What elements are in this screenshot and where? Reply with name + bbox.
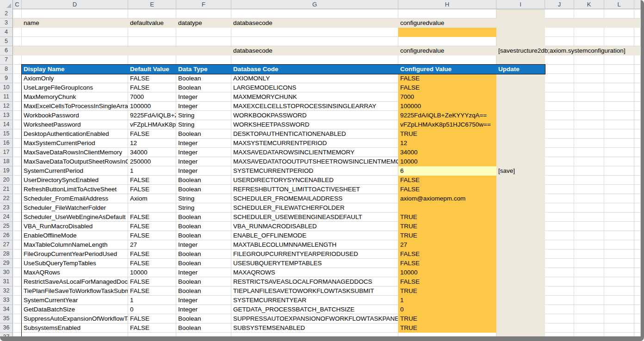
cell-I21[interactable] xyxy=(496,185,545,194)
cell-G10[interactable]: LARGEMODELICONS xyxy=(231,83,398,92)
cell-H29[interactable]: FALSE xyxy=(398,259,496,268)
cell-D31[interactable]: RestrictSaveAsLocalForManagedDocs xyxy=(22,277,128,286)
cell-J17[interactable] xyxy=(545,148,574,157)
cell-I33[interactable] xyxy=(496,296,545,305)
cell-M13[interactable] xyxy=(634,111,641,120)
row-number-7[interactable]: 7 xyxy=(0,55,13,65)
select-all-corner[interactable] xyxy=(0,0,13,9)
cell-E6[interactable] xyxy=(128,46,176,55)
cell-H26[interactable]: TRUE xyxy=(398,231,496,240)
cell-K16[interactable] xyxy=(574,139,604,148)
cell-F13[interactable]: String xyxy=(176,111,231,120)
cell-J28[interactable] xyxy=(545,250,574,259)
row-number-17[interactable]: 17 xyxy=(0,148,13,157)
cell-L3[interactable] xyxy=(604,18,634,28)
cell-H23[interactable] xyxy=(398,203,496,213)
column-header-E[interactable]: E xyxy=(128,0,176,9)
cell-H18[interactable]: 10000 xyxy=(398,157,496,166)
cell-D18[interactable]: MaxSaveDataToOutputSheetRowsInClientMemo… xyxy=(22,157,128,166)
cell-F15[interactable]: Boolean xyxy=(176,129,231,139)
cell-J36[interactable] xyxy=(545,323,574,333)
cell-I4[interactable] xyxy=(496,28,545,37)
cell-L23[interactable] xyxy=(604,203,634,213)
cell-F31[interactable]: Boolean xyxy=(176,277,231,286)
cell-L19[interactable] xyxy=(604,166,634,176)
cell-L25[interactable] xyxy=(604,222,634,231)
cell-K5[interactable] xyxy=(574,37,604,46)
cell-F2[interactable] xyxy=(176,9,231,18)
row-number-11[interactable]: 11 xyxy=(0,92,13,102)
cell-M4[interactable] xyxy=(634,28,641,37)
cell-I13[interactable] xyxy=(496,111,545,120)
cell-L4[interactable] xyxy=(604,28,634,37)
cell-J37[interactable] xyxy=(545,333,574,336)
cell-C20[interactable] xyxy=(13,176,22,185)
cell-D11[interactable]: MaxMemoryChunk xyxy=(22,92,128,102)
cell-H19[interactable]: 6 xyxy=(398,166,496,176)
cell-G17[interactable]: MAXSAVEDATAROWSINCLIENTMEMORY xyxy=(231,148,398,157)
cell-I19[interactable]: [save] xyxy=(496,166,545,176)
cell-J32[interactable] xyxy=(545,286,574,296)
cell-K35[interactable] xyxy=(574,314,604,323)
cell-M24[interactable] xyxy=(634,213,641,222)
cell-E32[interactable]: FALSE xyxy=(128,286,176,296)
cell-M21[interactable] xyxy=(634,185,641,194)
cell-C6[interactable] xyxy=(13,46,22,55)
cell-M6[interactable] xyxy=(634,46,641,55)
cell-M8[interactable] xyxy=(634,65,641,74)
cell-E11[interactable]: 7000 xyxy=(128,92,176,102)
row-number-26[interactable]: 26 xyxy=(0,231,13,240)
cell-C7[interactable] xyxy=(13,55,22,65)
cell-H22[interactable]: axiom@axiomepm.com xyxy=(398,194,496,203)
cell-D14[interactable]: WorksheetPassword xyxy=(22,120,128,129)
cell-E4[interactable] xyxy=(128,28,176,37)
row-number-18[interactable]: 18 xyxy=(0,157,13,166)
row-number-33[interactable]: 33 xyxy=(0,296,13,305)
cell-C31[interactable] xyxy=(13,277,22,286)
cell-K7[interactable] xyxy=(574,55,604,65)
cell-G29[interactable]: USESUBQUERYTEMPTABLES xyxy=(231,259,398,268)
cell-G21[interactable]: REFRESHBUTTON_LIMITTOACTIVESHEET xyxy=(231,185,398,194)
row-number-24[interactable]: 24 xyxy=(0,213,13,222)
cell-G26[interactable]: ENABLE_OFFLINEMODE xyxy=(231,231,398,240)
cell-K31[interactable] xyxy=(574,277,604,286)
cell-K33[interactable] xyxy=(574,296,604,305)
row-number-12[interactable]: 12 xyxy=(0,102,13,111)
cell-C24[interactable] xyxy=(13,213,22,222)
cell-M37[interactable] xyxy=(634,333,641,336)
cell-C21[interactable] xyxy=(13,185,22,194)
column-header-L[interactable]: L xyxy=(604,0,634,9)
cell-G13[interactable]: WORKBOOKPASSWORD xyxy=(231,111,398,120)
cell-F25[interactable]: Boolean xyxy=(176,222,231,231)
cell-L10[interactable] xyxy=(604,83,634,92)
cell-C13[interactable] xyxy=(13,111,22,120)
cell-C27[interactable] xyxy=(13,240,22,250)
cell-G24[interactable]: SCHEDULER_USEWEBENGINEASDEFAULT xyxy=(231,213,398,222)
cell-C9[interactable] xyxy=(13,74,22,83)
cell-M3[interactable] xyxy=(634,18,641,28)
cell-H31[interactable]: FALSE xyxy=(398,277,496,286)
row-number-28[interactable]: 28 xyxy=(0,250,13,259)
cell-L12[interactable] xyxy=(604,102,634,111)
cell-H36[interactable]: TRUE xyxy=(398,323,496,333)
cell-H34[interactable]: 0 xyxy=(398,305,496,314)
column-header-C[interactable]: C xyxy=(13,0,22,9)
cell-C16[interactable] xyxy=(13,139,22,148)
cell-M18[interactable] xyxy=(634,157,641,166)
cell-G23[interactable]: SCHEDULER_FILEWATCHERFOLDER xyxy=(231,203,398,213)
cell-D9[interactable]: AxiomOnly xyxy=(22,74,128,83)
row-number-29[interactable]: 29 xyxy=(0,259,13,268)
cell-M32[interactable] xyxy=(634,286,641,296)
cell-G7[interactable] xyxy=(231,55,398,65)
cell-C30[interactable] xyxy=(13,268,22,277)
row-number-5[interactable]: 5 xyxy=(0,37,13,46)
cell-M17[interactable] xyxy=(634,148,641,157)
cell-J20[interactable] xyxy=(545,176,574,185)
cell-D28[interactable]: FileGroupCurrentYearPeriodUsed xyxy=(22,250,128,259)
cell-K29[interactable] xyxy=(574,259,604,268)
cell-I30[interactable] xyxy=(496,268,545,277)
cell-K12[interactable] xyxy=(574,102,604,111)
cell-C19[interactable] xyxy=(13,166,22,176)
cell-K21[interactable] xyxy=(574,185,604,194)
cell-I15[interactable] xyxy=(496,129,545,139)
